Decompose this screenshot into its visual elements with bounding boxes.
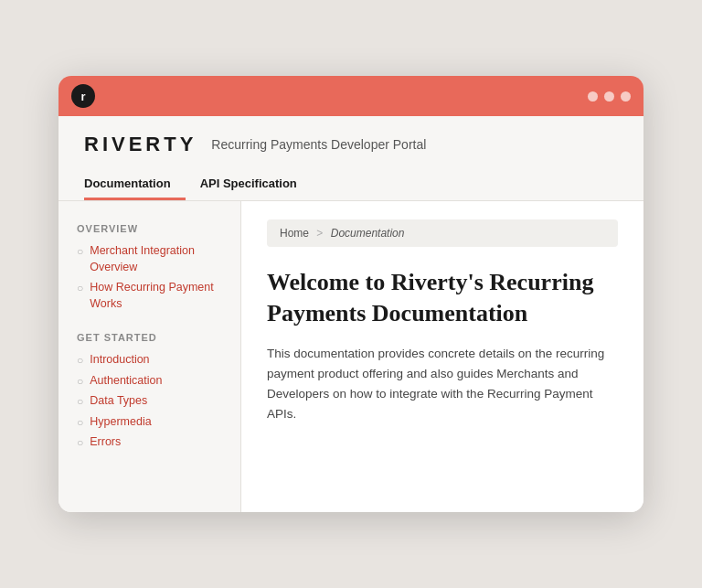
sidebar-item-hypermedia[interactable]: ○ Hypermedia (77, 414, 222, 431)
bullet-icon: ○ (77, 395, 83, 409)
sidebar-item-label: How Recurring Payment Works (90, 280, 222, 312)
dot-3 (621, 91, 631, 102)
dot-1 (588, 91, 598, 102)
breadcrumb-home[interactable]: Home (280, 227, 309, 240)
sidebar-item-data-types[interactable]: ○ Data Types (77, 393, 222, 410)
sidebar-section-get-started: GET STARTED ○ Introduction ○ Authenticat… (77, 332, 222, 451)
sidebar-item-label: Hypermedia (90, 414, 151, 431)
dot-2 (604, 91, 614, 102)
sidebar-section-overview: OVERVIEW ○ Merchant Integration Overview… (77, 223, 222, 312)
breadcrumb-current: Documentation (331, 227, 405, 240)
content-area: Home > Documentation Welcome to Riverty'… (241, 201, 644, 512)
browser-content: RIVERTY Recurring Payments Developer Por… (58, 116, 644, 512)
title-bar: r (58, 76, 644, 116)
brand-name: RIVERTY (84, 133, 197, 156)
bullet-icon: ○ (77, 375, 83, 389)
bullet-icon: ○ (77, 416, 83, 430)
sidebar-item-label: Authentication (90, 373, 162, 390)
tab-api-specification[interactable]: API Specification (200, 169, 312, 200)
brand-tagline: Recurring Payments Developer Portal (211, 137, 426, 152)
breadcrumb-separator: > (316, 227, 323, 240)
site-header: RIVERTY Recurring Payments Developer Por… (58, 116, 644, 201)
brand-row: RIVERTY Recurring Payments Developer Por… (84, 133, 618, 156)
page-description: This documentation provides concrete det… (267, 344, 618, 425)
bullet-icon: ○ (77, 282, 83, 295)
brand-logo-icon: r (71, 84, 95, 108)
tab-documentation[interactable]: Documentation (84, 169, 186, 200)
sidebar-section-get-started-title: GET STARTED (77, 332, 222, 343)
sidebar: OVERVIEW ○ Merchant Integration Overview… (58, 201, 241, 512)
sidebar-item-authentication[interactable]: ○ Authentication (77, 373, 222, 390)
sidebar-section-overview-title: OVERVIEW (77, 223, 222, 234)
page-title: Welcome to Riverty's Recurring Payments … (267, 267, 618, 329)
sidebar-item-label: Introduction (90, 352, 149, 369)
nav-tabs: Documentation API Specification (84, 169, 618, 200)
sidebar-item-label: Merchant Integration Overview (90, 243, 222, 275)
bullet-icon: ○ (77, 436, 83, 450)
sidebar-item-label: Data Types (90, 393, 147, 410)
sidebar-item-label: Errors (90, 434, 121, 451)
main-layout: OVERVIEW ○ Merchant Integration Overview… (58, 201, 644, 512)
bullet-icon: ○ (77, 245, 83, 259)
browser-window: r RIVERTY Recurring Payments Developer P… (58, 76, 644, 512)
window-controls (588, 91, 631, 102)
sidebar-item-merchant-integration[interactable]: ○ Merchant Integration Overview (77, 243, 222, 275)
sidebar-item-how-recurring[interactable]: ○ How Recurring Payment Works (77, 280, 222, 312)
sidebar-item-introduction[interactable]: ○ Introduction (77, 352, 222, 369)
sidebar-item-errors[interactable]: ○ Errors (77, 434, 222, 451)
breadcrumb: Home > Documentation (267, 219, 618, 247)
bullet-icon: ○ (77, 354, 83, 368)
